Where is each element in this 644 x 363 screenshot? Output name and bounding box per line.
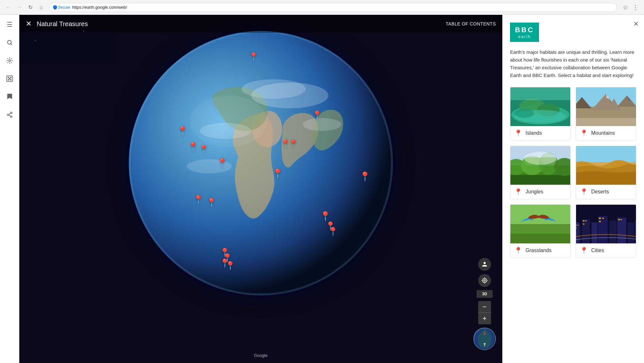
habitat-label-islands: 📍 Islands: [510, 126, 570, 140]
panel-close-button[interactable]: ✕: [633, 20, 639, 28]
habitat-image-deserts: [576, 146, 636, 185]
right-panel: ✕ BBC earth Earth's major habitats are u…: [502, 15, 644, 363]
svg-rect-100: [618, 219, 620, 220]
svg-point-36: [242, 79, 306, 99]
back-button[interactable]: ←: [4, 3, 13, 12]
bookmark-icon[interactable]: [4, 91, 15, 103]
habitat-label-cities: 📍 Cities: [576, 243, 636, 258]
svg-rect-77: [576, 146, 636, 162]
mountains-label-text: Mountains: [591, 130, 615, 136]
url-text: https://earth.google.com/web/: [72, 5, 127, 10]
deserts-pin-icon: 📍: [580, 188, 588, 196]
forward-button[interactable]: →: [15, 3, 24, 12]
svg-rect-89: [628, 222, 634, 243]
svg-rect-95: [585, 220, 587, 221]
deserts-label-text: Deserts: [591, 189, 609, 195]
zoom-in-button[interactable]: +: [478, 313, 491, 324]
svg-point-11: [10, 116, 12, 117]
jungles-label-text: Jungles: [526, 189, 543, 195]
svg-point-75: [524, 152, 556, 165]
close-map-button[interactable]: ✕: [26, 20, 32, 28]
svg-point-9: [10, 112, 12, 114]
map-area[interactable]: ✕ Natural Treasures TABLE OF CONTENTS: [19, 15, 502, 363]
bbc-text: BBC: [515, 26, 534, 34]
svg-rect-99: [599, 221, 601, 222]
islands-label-text: Islands: [526, 130, 542, 136]
bookmark-star-icon[interactable]: ☆: [623, 4, 628, 11]
bbc-earth-text: earth: [518, 34, 531, 39]
svg-point-6: [8, 79, 9, 80]
svg-line-13: [9, 113, 11, 114]
habitat-image-jungles: [510, 146, 570, 185]
share-icon[interactable]: [4, 109, 15, 121]
svg-point-39: [190, 95, 267, 147]
map-title: Natural Treasures: [37, 20, 446, 28]
minimap-globe[interactable]: [473, 328, 496, 350]
svg-point-2: [9, 60, 11, 62]
habitat-label-mountains: 📍 Mountains: [576, 126, 636, 140]
svg-rect-97: [599, 218, 601, 219]
reload-button[interactable]: ↻: [26, 3, 35, 12]
left-sidebar: ☰: [0, 15, 19, 363]
3d-mode-button[interactable]: 3D: [477, 290, 493, 298]
mountains-pin-icon: 📍: [580, 129, 588, 137]
nav-buttons: ← → ↻ ⌂: [4, 3, 46, 12]
svg-rect-57: [510, 87, 570, 100]
svg-rect-69: [510, 175, 570, 185]
habitat-label-jungles: 📍 Jungles: [510, 185, 570, 199]
svg-point-42: [482, 278, 487, 282]
habitat-card-islands[interactable]: 📍 Islands: [510, 87, 571, 141]
habitat-card-grasslands[interactable]: 📍 Grasslands: [510, 204, 571, 258]
svg-point-10: [7, 114, 9, 116]
svg-line-1: [11, 44, 12, 45]
secure-label: Secure: [58, 5, 70, 10]
habitat-image-mountains: [576, 87, 636, 126]
svg-rect-85: [592, 222, 597, 243]
svg-rect-98: [602, 218, 604, 219]
svg-rect-92: [577, 225, 579, 226]
svg-rect-80: [510, 234, 570, 243]
svg-point-7: [10, 79, 11, 80]
grasslands-label-text: Grasslands: [526, 248, 552, 253]
toc-button[interactable]: TABLE OF CONTENTS: [446, 21, 496, 26]
person-icon-button[interactable]: [478, 258, 491, 271]
habitat-image-islands: [510, 87, 570, 126]
svg-point-8: [9, 78, 10, 79]
grasslands-pin-icon: 📍: [514, 247, 522, 254]
svg-rect-91: [576, 225, 577, 226]
svg-line-12: [9, 115, 11, 116]
habitat-label-deserts: 📍 Deserts: [576, 185, 636, 199]
svg-point-0: [7, 40, 11, 44]
target-button[interactable]: [478, 274, 491, 287]
search-icon[interactable]: [4, 37, 15, 48]
panel-description: Earth's major habitats are unique and th…: [510, 48, 636, 79]
habitat-image-cities: [576, 205, 636, 243]
globe[interactable]: 📍 📍 📍 📍 📍 📍 📍: [129, 31, 393, 295]
hamburger-menu-icon[interactable]: ☰: [4, 19, 15, 30]
globe-landmass: [129, 31, 393, 295]
map-header: ✕ Natural Treasures TABLE OF CONTENTS: [19, 15, 502, 33]
map-controls: 3D − +: [473, 258, 496, 350]
dice-icon[interactable]: [4, 73, 15, 84]
habitats-grid: 📍 Islands: [510, 87, 636, 258]
chrome-menu-icon[interactable]: ⋮: [631, 4, 640, 11]
jungles-pin-icon: 📍: [514, 188, 522, 196]
main-layout: ☰: [0, 15, 644, 363]
home-button[interactable]: ⌂: [37, 3, 46, 12]
voyager-icon[interactable]: [4, 55, 15, 66]
globe-container: 📍 📍 📍 📍 📍 📍 📍: [129, 31, 393, 295]
svg-point-56: [515, 108, 534, 118]
google-watermark: Google: [254, 353, 268, 358]
zoom-out-button[interactable]: −: [478, 301, 491, 313]
address-bar[interactable]: Secure https://earth.google.com/web/: [49, 3, 617, 12]
habitat-card-cities[interactable]: 📍 Cities: [576, 204, 636, 258]
habitat-card-deserts[interactable]: 📍 Deserts: [576, 146, 636, 199]
islands-pin-icon: 📍: [514, 129, 522, 137]
svg-point-40: [484, 262, 486, 264]
browser-chrome: ← → ↻ ⌂ Secure https://earth.google.com/…: [0, 0, 644, 15]
habitat-card-mountains[interactable]: 📍 Mountains: [576, 87, 636, 141]
secure-badge: Secure: [53, 5, 70, 10]
cities-pin-icon: 📍: [580, 247, 588, 254]
svg-point-5: [10, 77, 11, 78]
habitat-card-jungles[interactable]: 📍 Jungles: [510, 146, 571, 199]
